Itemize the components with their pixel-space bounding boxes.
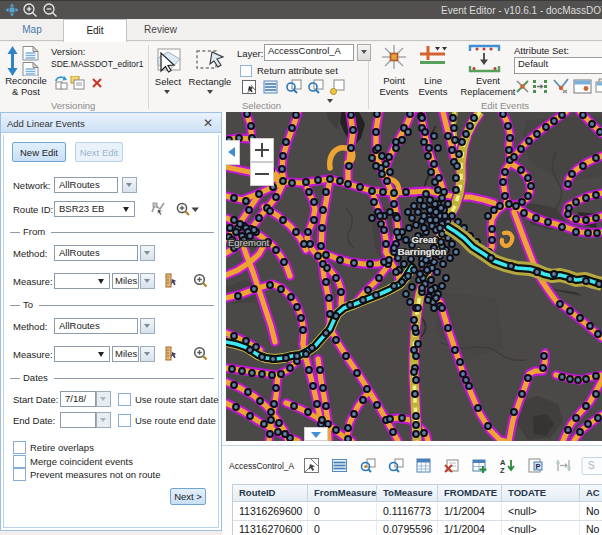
svg-text:Z: Z [500, 466, 505, 475]
svg-text:Barrington: Barrington [398, 246, 447, 257]
svg-text:Egremont: Egremont [228, 237, 270, 248]
svg-text:Great: Great [412, 234, 438, 245]
svg-text:S: S [588, 460, 595, 471]
svg-text:P: P [536, 462, 541, 471]
